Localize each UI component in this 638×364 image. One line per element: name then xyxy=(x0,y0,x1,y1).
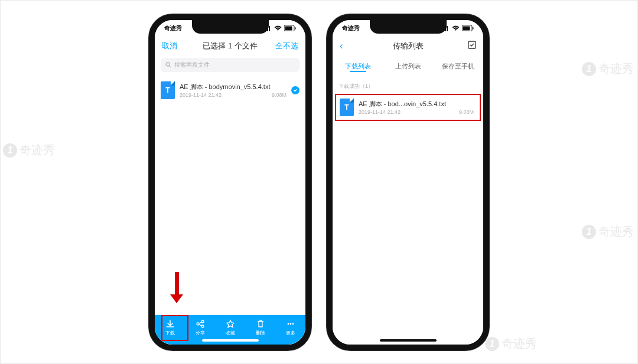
checklist-icon xyxy=(468,41,476,49)
delete-button[interactable]: 删除 xyxy=(248,319,273,336)
highlight-box: AE 脚本 - bod...ovin_v5.5.4.txt 2019-11-14… xyxy=(335,94,481,121)
file-size: 9.08M xyxy=(459,109,476,115)
trash-icon xyxy=(256,319,265,329)
section-label: 下载成功（1） xyxy=(333,77,483,94)
phone-right: 奇迹秀 ‹ 传输列表 下载列表 上传列表 保存至手机 下载成功（1） AE 脚本… xyxy=(327,14,489,350)
search-input[interactable]: 搜索网盘文件 xyxy=(161,58,300,72)
tab-save-to-phone[interactable]: 保存至手机 xyxy=(433,62,483,71)
nav-header: ‹ 传输列表 xyxy=(333,35,483,57)
download-button[interactable]: 下载 xyxy=(158,319,183,336)
cancel-button[interactable]: 取消 xyxy=(162,41,189,51)
wifi-icon xyxy=(274,25,282,31)
page-title: 传输列表 xyxy=(367,41,449,51)
battery-icon xyxy=(462,25,474,31)
svg-rect-22 xyxy=(463,26,470,30)
tab-download-list[interactable]: 下载列表 xyxy=(333,62,383,71)
share-button[interactable]: 分享 xyxy=(188,319,213,336)
home-indicator xyxy=(202,339,259,342)
svg-rect-24 xyxy=(468,41,476,48)
carrier-label: 奇迹秀 xyxy=(342,24,360,32)
carrier-label: 奇迹秀 xyxy=(164,24,182,32)
svg-point-9 xyxy=(197,323,199,325)
tab-upload-list[interactable]: 上传列表 xyxy=(383,62,433,71)
svg-line-12 xyxy=(199,322,201,323)
svg-line-13 xyxy=(199,324,201,326)
home-indicator xyxy=(380,339,437,342)
page-title: 已选择 1 个文件 xyxy=(189,41,271,51)
svg-point-11 xyxy=(201,325,204,327)
share-icon xyxy=(196,319,205,329)
file-row[interactable]: AE 脚本 - bod...ovin_v5.5.4.txt 2019-11-14… xyxy=(336,95,480,120)
watermark: 1奇迹秀 xyxy=(582,224,634,240)
more-icon xyxy=(286,319,295,329)
svg-rect-23 xyxy=(473,27,474,29)
file-date: 2019-11-14 21:42 xyxy=(359,109,401,115)
file-type-icon xyxy=(340,99,354,116)
notch xyxy=(192,19,269,34)
search-icon xyxy=(165,62,171,68)
deselect-all-button[interactable]: 全不选 xyxy=(271,41,298,51)
battery-icon xyxy=(284,25,296,31)
svg-rect-20 xyxy=(447,26,448,31)
file-row[interactable]: AE 脚本 - bodymovin_v5.5.4.txt 2019-11-14 … xyxy=(155,77,305,104)
svg-point-15 xyxy=(289,323,291,325)
wifi-icon xyxy=(452,25,460,31)
file-type-icon xyxy=(161,81,175,99)
svg-rect-6 xyxy=(295,27,296,29)
nav-header: 取消 已选择 1 个文件 全不选 xyxy=(155,35,305,57)
file-size: 9.08M xyxy=(272,92,287,98)
svg-point-14 xyxy=(287,323,289,325)
svg-point-7 xyxy=(166,63,170,66)
svg-point-16 xyxy=(292,323,294,325)
edit-button[interactable] xyxy=(449,41,476,51)
file-name: AE 脚本 - bodymovin_v5.5.4.txt xyxy=(180,83,287,91)
watermark: 1奇迹秀 xyxy=(3,142,55,158)
back-button[interactable]: ‹ xyxy=(340,41,367,51)
svg-rect-3 xyxy=(269,26,270,31)
watermark: 1奇迹秀 xyxy=(582,61,634,77)
favorite-button[interactable]: 收藏 xyxy=(218,319,243,336)
svg-rect-5 xyxy=(285,26,292,30)
phone-left: 奇迹秀 取消 已选择 1 个文件 全不选 搜索网盘文件 AE 脚本 - body… xyxy=(149,14,311,350)
star-icon xyxy=(226,319,235,329)
tab-bar: 下载列表 上传列表 保存至手机 xyxy=(333,57,483,77)
search-placeholder: 搜索网盘文件 xyxy=(174,61,210,69)
selected-check-icon[interactable] xyxy=(291,86,300,94)
svg-line-8 xyxy=(170,65,171,67)
file-date: 2019-11-14 21:42 xyxy=(180,92,222,98)
notch xyxy=(370,19,447,34)
download-icon xyxy=(165,319,175,329)
more-button[interactable]: 更多 xyxy=(278,319,303,336)
file-name: AE 脚本 - bod...ovin_v5.5.4.txt xyxy=(359,100,476,109)
svg-point-10 xyxy=(201,320,204,323)
watermark: 1奇迹秀 xyxy=(485,336,537,352)
